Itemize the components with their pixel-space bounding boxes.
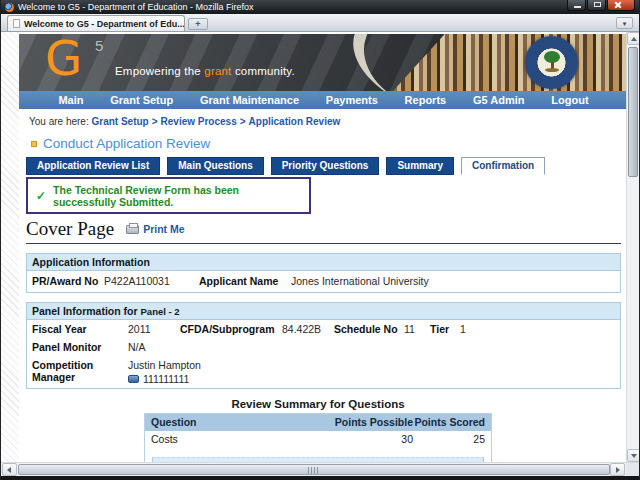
nav-reports[interactable]: Reports	[405, 94, 447, 106]
page-left-margin	[1, 32, 19, 462]
scroll-down-button[interactable]	[627, 449, 639, 462]
tagline: Empowering the grant community.	[115, 65, 295, 77]
tab-priority-questions[interactable]: Priority Questions	[271, 157, 380, 175]
scroll-up-button[interactable]	[627, 32, 639, 45]
list-tabs-button[interactable]: ▾	[616, 17, 633, 29]
content-viewport: G 5 Empowering the grant community. Main…	[1, 32, 639, 462]
panel-row-3: Competition Manager Justin Hampton 11111…	[27, 356, 620, 388]
col-points-possible: Points Possible	[321, 416, 413, 428]
col-question: Question	[151, 416, 321, 428]
applicant-name-value: Jones International University	[291, 275, 615, 287]
maximize-button[interactable]	[587, 0, 606, 11]
success-message: ✓ The Technical Review Form has been suc…	[26, 177, 311, 214]
panel-information-header: Panel Information for Panel - 2	[27, 303, 620, 320]
scroll-down-icon	[631, 454, 637, 458]
fiscal-year-label: Fiscal Year	[32, 323, 128, 335]
scroll-left-button[interactable]	[2, 463, 17, 476]
horizontal-scrollbar-thumb[interactable]	[18, 464, 610, 475]
window-bottom-edge	[1, 476, 639, 480]
nav-grant-maintenance[interactable]: Grant Maintenance	[200, 94, 299, 106]
panel-monitor-value: N/A	[128, 341, 615, 353]
panel-information-section: Panel Information for Panel - 2 Fiscal Y…	[26, 302, 621, 389]
page-title: Conduct Application Review	[43, 136, 210, 151]
maximize-icon	[594, 2, 601, 7]
nav-grant-setup[interactable]: Grant Setup	[110, 94, 173, 106]
firefox-icon	[5, 3, 14, 12]
g5-logo: G	[45, 34, 82, 86]
cover-page-heading: Cover Page	[26, 218, 114, 240]
col-points-scored: Points Scored	[413, 416, 485, 428]
minimize-icon	[574, 6, 581, 8]
main-navbar: Main Grant Setup Grant Maintenance Payme…	[19, 91, 628, 109]
tier-value: 1	[460, 323, 615, 335]
nav-main[interactable]: Main	[58, 94, 83, 106]
browser-tab[interactable]: Welcome to G5 - Department of Edu...	[7, 15, 185, 31]
vertical-scrollbar-thumb[interactable]	[628, 47, 638, 177]
panel-row-1: Fiscal Year 2011 CFDA/Subprogram 84.422B…	[27, 320, 620, 338]
panel-number: Panel - 2	[141, 306, 180, 317]
table-row: Costs 30 25	[145, 431, 491, 448]
g5-page: G 5 Empowering the grant community. Main…	[19, 32, 628, 462]
tier-label: Tier	[430, 323, 460, 335]
minimize-button[interactable]	[567, 0, 586, 11]
bullet-icon	[31, 141, 37, 147]
cfda-value: 84.422B	[282, 323, 334, 335]
printer-icon	[126, 225, 139, 234]
scroll-right-button[interactable]	[610, 463, 625, 476]
g5-banner: G 5 Empowering the grant community.	[19, 34, 628, 91]
tab-summary[interactable]: Summary	[386, 157, 454, 175]
breadcrumb-prefix: You are here:	[29, 116, 89, 127]
vertical-scrollbar[interactable]	[626, 32, 639, 462]
g5-logo-5: 5	[95, 37, 103, 54]
panel-row-2: Panel Monitor N/A	[27, 338, 620, 356]
schedule-no-value: 11	[404, 323, 430, 335]
scroll-right-icon	[616, 467, 620, 473]
application-information-header: Application Information	[27, 254, 620, 271]
applicant-name-label: Applicant Name	[199, 275, 291, 287]
breadcrumb: You are here: Grant Setup>Review Process…	[29, 116, 628, 127]
pr-award-label: PR/Award No	[32, 275, 104, 287]
scrollbar-grip-icon	[308, 467, 320, 474]
browser-tab-title: Welcome to G5 - Department of Edu...	[24, 19, 185, 29]
scroll-left-icon	[7, 467, 11, 473]
tab-main-questions[interactable]: Main Questions	[167, 157, 263, 175]
horizontal-scrollbar[interactable]	[1, 462, 639, 476]
fiscal-year-value: 2011	[128, 323, 180, 335]
schedule-no-label: Schedule No	[334, 323, 404, 335]
nav-logout[interactable]: Logout	[551, 94, 588, 106]
browser-tabstrip: Welcome to G5 - Department of Edu... + ▾	[1, 14, 639, 32]
check-icon: ✓	[36, 189, 46, 203]
breadcrumb-grant-setup[interactable]: Grant Setup	[91, 116, 148, 127]
competition-manager-value: Justin Hampton 111111111	[128, 359, 615, 385]
manager-phone: 111111111	[143, 373, 189, 385]
application-information-section: Application Information PR/Award No P422…	[26, 253, 621, 293]
tab-confirmation[interactable]: Confirmation	[461, 157, 545, 175]
nav-payments[interactable]: Payments	[326, 94, 378, 106]
panel-monitor-label: Panel Monitor	[32, 341, 128, 353]
table-header-row: Question Points Possible Points Scored	[145, 414, 491, 431]
window-titlebar: Welcome to G5 - Department of Education …	[1, 0, 639, 14]
review-summary-title: Review Summary for Questions	[144, 398, 492, 410]
print-me-link[interactable]: Print Me	[126, 223, 184, 235]
scrollbar-corner	[626, 463, 639, 476]
scroll-up-icon	[631, 37, 637, 41]
success-text: The Technical Review Form has been succe…	[53, 184, 301, 208]
window-title: Welcome to G5 - Department of Education …	[18, 2, 567, 12]
new-tab-button[interactable]: +	[188, 18, 208, 30]
tab-application-review-list[interactable]: Application Review List	[26, 157, 160, 175]
breadcrumb-review-process[interactable]: Review Process	[161, 116, 237, 127]
department-of-education-seal	[525, 36, 578, 89]
competition-manager-label: Competition Manager	[32, 359, 128, 385]
pr-award-value: P422A110031	[104, 275, 199, 287]
cfda-label: CFDA/Subprogram	[180, 323, 282, 335]
breadcrumb-application-review[interactable]: Application Review	[249, 116, 341, 127]
divider	[26, 243, 621, 244]
phone-icon	[128, 375, 139, 383]
application-information-row: PR/Award No P422A110031 Applicant Name J…	[27, 271, 620, 292]
nav-g5-admin[interactable]: G5 Admin	[473, 94, 525, 106]
page-favicon-icon	[13, 19, 20, 28]
browser-window: Welcome to G5 - Department of Education …	[0, 0, 640, 480]
review-tabs: Application Review List Main Questions P…	[26, 157, 628, 175]
close-button[interactable]	[607, 0, 635, 11]
review-summary-table: Question Points Possible Points Scored C…	[144, 413, 492, 462]
